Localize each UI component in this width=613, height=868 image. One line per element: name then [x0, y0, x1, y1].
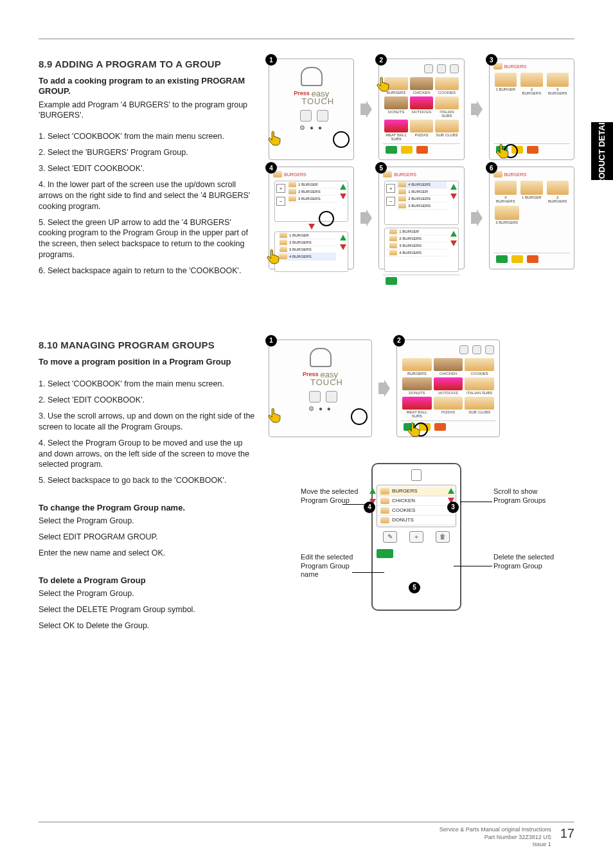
home-icon-cookbook	[326, 391, 337, 402]
page-footer: Service & Parts Manual original Instruct…	[39, 822, 574, 849]
callout-delete: Delete the selected Program Group	[493, 553, 564, 571]
highlight-circle	[351, 408, 368, 425]
figure-panel-1: 1 Presseasy TOUCH ⚙ ● ●	[269, 59, 354, 160]
delete-step-2: Select the DELETE Program Group symbol.	[39, 604, 257, 615]
step-4: 4. In the lower part of the screen use t…	[39, 179, 257, 212]
keyboard-icon	[401, 146, 413, 154]
rename-step-1: Select the Program Group.	[39, 516, 257, 527]
tab-icon	[485, 345, 494, 354]
heading-8-9: 8.9 ADDING A PROGRAM TO A GROUP	[39, 59, 257, 69]
edit-upper-pane: +− 1 BURGER 2 BURGERS 3 BURGERS	[274, 181, 348, 222]
subheading-add-program: To add a cooking program to an existing …	[39, 76, 257, 97]
home-icon-pressgo	[309, 391, 321, 402]
home-icon-pressgo	[300, 110, 312, 122]
cookbook-grid: BURGERS CHICKEN COOKIES DONUTS HOTDOGS I…	[383, 76, 459, 142]
step-badge-1: 1	[265, 54, 277, 66]
rename-step-3: Enter the new name and select OK.	[39, 548, 257, 559]
hand-pointer-icon	[406, 421, 423, 439]
cookbook-grid: BURGERS CHICKEN COOKIES DONUTS HOTDOGS I…	[401, 357, 495, 419]
rename-step-2: Select EDIT PROGRAM GROUP.	[39, 532, 257, 543]
arrow-right-icon	[471, 167, 483, 269]
edit-lower-pane: 1 BURGER 2 BURGERS 3 BURGERS 4 BURGERS	[384, 228, 458, 272]
example-text: Example add Program '4 BURGERS' to the p…	[39, 100, 257, 122]
arrow-right-icon	[360, 167, 372, 269]
info-icon	[416, 146, 428, 154]
arrow-right-icon	[378, 339, 390, 437]
figure-panel-810-1: 1 Presseasy TOUCH ⚙ ● ●	[269, 339, 372, 437]
step-6: 6. Select backspace again to return to t…	[39, 266, 257, 276]
up-arrow-icon	[340, 184, 346, 190]
bottom-dots: ⚙ ● ●	[273, 124, 350, 131]
down-arrow-icon	[340, 244, 346, 250]
up-arrow-icon	[450, 231, 457, 237]
figure-panel-2: 2 BURGERS CHICKEN COOKIES DONUTS HOTDOGS…	[378, 59, 464, 160]
lower-diagram: BURGERS CHICKEN COOKIES DONUTS ✎ ＋ 🗑 3 4…	[269, 463, 574, 630]
down-arrow-icon	[450, 240, 457, 246]
step-3: 3. Select 'EDIT COOKBOOK'.	[39, 163, 257, 174]
info-icon	[527, 255, 538, 263]
step-badge-6: 6	[486, 162, 497, 174]
subheading-move: To move a program position in a Program …	[39, 357, 257, 367]
footer-line-3: Issue 1	[440, 841, 551, 849]
move-step-2: 2. Select 'EDIT COOKBOOK'.	[39, 395, 257, 406]
step-5: 5. Select the green UP arrow to add the …	[39, 217, 257, 261]
tab-icon	[437, 64, 446, 73]
subheading-rename: To change the Program Group name.	[39, 503, 257, 513]
lead-line	[352, 572, 384, 573]
step-badge-4: 4	[265, 162, 277, 174]
info-icon	[434, 423, 446, 431]
heading-8-10: 8.10 MANAGING PROGRAM GROUPS	[39, 339, 257, 350]
doc-icon	[411, 469, 422, 481]
brand-block: Presseasy TOUCH	[273, 89, 350, 106]
hand-pointer-icon	[267, 407, 283, 425]
page-number: 17	[560, 826, 574, 841]
move-step-5: 5. Select backspace to go back to the 'C…	[39, 475, 257, 486]
step-badge-4: 4	[364, 502, 375, 513]
move-step-1: 1. Select 'COOKBOOK' from the main menu …	[39, 379, 257, 390]
info-icon	[527, 146, 538, 154]
footer-line-2: Part Number 32Z3812 US	[440, 834, 551, 842]
move-up-icon	[369, 488, 376, 494]
tab-icon	[459, 345, 468, 354]
scroll-up-icon	[448, 488, 454, 494]
back-icon	[377, 549, 393, 558]
down-arrow-icon	[308, 224, 315, 230]
back-icon	[386, 277, 397, 285]
keyboard-icon	[511, 255, 523, 263]
add-icon: +	[276, 184, 285, 193]
hand-pointer-icon	[495, 143, 511, 161]
step-badge-1: 1	[265, 335, 277, 347]
figure-panel-3: 3 BURGERS 1 BURGER 2 BURGERS 3 BURGERS	[489, 59, 574, 160]
step-badge-2: 2	[393, 335, 405, 347]
add-group-icon: ＋	[409, 531, 423, 543]
chef-hat-icon	[310, 348, 332, 367]
back-icon	[386, 146, 397, 154]
arrow-right-icon	[360, 59, 372, 160]
delete-group-icon: 🗑	[436, 531, 450, 543]
up-arrow-icon	[450, 184, 457, 190]
step-1: 1. Select 'COOKBOOK' from the main menu …	[39, 131, 257, 142]
callout-edit: Edit the selected Program Group name	[301, 553, 365, 579]
callout-move: Move the selected Program Group	[301, 487, 359, 505]
up-arrow-icon	[340, 235, 346, 240]
edit-upper-pane: +− 4 BURGERS 1 BURGER 2 BURGERS 3 BURGER…	[384, 181, 458, 225]
tab-icon	[450, 64, 459, 73]
remove-icon: −	[276, 197, 285, 206]
side-tab-label: PRODUCT DETAILS	[598, 112, 607, 191]
arrow-right-icon	[471, 59, 483, 160]
phone-list: BURGERS CHICKEN COOKIES DONUTS	[377, 485, 456, 527]
step-badge-5: 5	[409, 582, 420, 593]
brand-block: Presseasy TOUCH	[273, 370, 368, 387]
step-badge-3: 3	[447, 502, 459, 513]
down-arrow-icon	[450, 194, 457, 199]
figure-panel-810-2: 2 BURGERS CHICKEN COOKIES DONUTS HOTDOGS…	[396, 339, 500, 437]
highlight-circle	[333, 131, 350, 148]
callout-scroll: Scroll to show Program Groups	[493, 487, 564, 505]
back-icon	[496, 255, 508, 263]
delete-step-1: Select the Program Group.	[39, 588, 257, 599]
side-tab-product-details: PRODUCT DETAILS	[591, 122, 613, 180]
figure-panel-6: 6 BURGERS 4 BURGERS 1 BURGER 2 BURGERS 3…	[489, 167, 574, 269]
tab-icon	[424, 64, 433, 73]
footer-line-1: Service & Parts Manual original Instruct…	[440, 826, 551, 834]
move-step-3: 3. Use the scroll arrows, up and down on…	[39, 411, 257, 433]
